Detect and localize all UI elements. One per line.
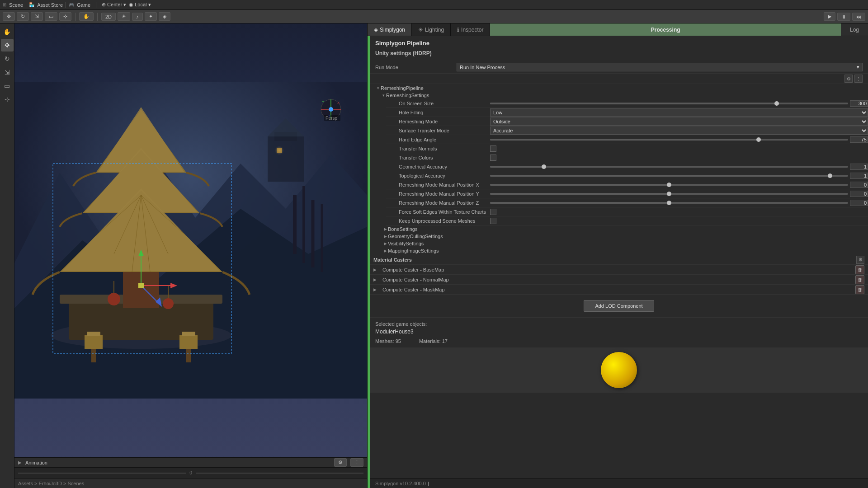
transfer-normals-checkbox[interactable] — [490, 145, 496, 152]
tab-simplygon[interactable]: ◈ Simplygon — [368, 23, 412, 36]
scale-tool[interactable]: ⇲ — [31, 12, 43, 21]
geo-accuracy-thumb[interactable] — [542, 164, 546, 169]
remeshing-pipeline-row[interactable]: ▾ RemeshingPipeline — [373, 84, 868, 92]
meshes-value: 95 — [396, 338, 401, 344]
geo-accuracy-slider[interactable] — [490, 166, 848, 168]
prop-transfer-colors: Transfer Colors — [386, 153, 868, 162]
manual-x-slider[interactable] — [490, 184, 848, 186]
gizmos-btn[interactable]: ◈ — [159, 12, 170, 21]
basemap-label[interactable]: Compute Caster - BaseMap — [379, 267, 855, 272]
surface-transfer-dropdown[interactable]: AccurateFast — [490, 127, 868, 135]
panel-scrollable[interactable]: Simplygon Pipeline Unity settings (HDRP)… — [370, 36, 868, 478]
scene-canvas[interactable]: X Y Z Persp — [14, 23, 367, 457]
maskmap-label[interactable]: Compute Caster - MaskMap — [379, 287, 855, 292]
topo-accuracy-thumb[interactable] — [828, 174, 832, 178]
rotate-tool[interactable]: ↻ — [17, 12, 29, 21]
manual-y-slider[interactable] — [490, 193, 848, 195]
viewport-more-btn[interactable]: ⋮ — [350, 458, 363, 467]
remeshing-settings-row[interactable]: ▾ RemeshingSettings — [379, 92, 868, 99]
rect-icon-btn[interactable]: ▭ — [1, 80, 14, 92]
screen-size-thumb[interactable] — [774, 101, 779, 106]
store-icon: 🏪 — [29, 2, 34, 7]
screen-size-value[interactable]: 300 — [850, 100, 868, 107]
screen-size-slider[interactable] — [490, 103, 848, 104]
geo-cull-label: GeometryCullingSettings — [388, 234, 866, 239]
scene-tabs-section: ⊞ Scene 🏪 Asset Store 🎮 Game — [3, 2, 90, 8]
manual-y-thumb[interactable] — [667, 192, 671, 196]
geo-accuracy-value[interactable]: 1 — [850, 164, 868, 170]
manual-z-slider[interactable] — [490, 202, 848, 204]
visibility-settings-row[interactable]: ▶ VisibilitySettings — [381, 240, 868, 247]
hand-icon-btn[interactable]: ✋ — [1, 25, 14, 38]
hand-tool[interactable]: ✋ — [79, 12, 94, 21]
normalmap-delete-btn[interactable]: 🗑 — [855, 275, 864, 284]
topo-accuracy-value[interactable]: 1 — [850, 173, 868, 179]
center-label: ⊕ Center ▾ — [102, 2, 126, 8]
prop-ctrl-hard-edge: 75 — [490, 136, 868, 143]
hard-edge-fill — [490, 139, 759, 141]
manual-x-value[interactable]: 0 — [850, 182, 868, 188]
effects-btn[interactable]: ✦ — [145, 12, 157, 21]
prop-label-keep-unprocessed: Keep Unprocessed Scene Meshes — [386, 218, 490, 224]
divider — [26, 2, 26, 8]
manual-y-value[interactable]: 0 — [850, 191, 868, 197]
audio-btn[interactable]: ♪ — [132, 13, 143, 21]
scale-icon-btn[interactable]: ⇲ — [1, 66, 14, 79]
tab-inspector[interactable]: ℹ Inspector — [451, 23, 490, 36]
main-divider — [96, 2, 96, 8]
game-icon: 🎮 — [69, 2, 74, 7]
lighting-btn[interactable]: ☀ — [118, 12, 130, 21]
local-label: ◉ Local ▾ — [129, 2, 151, 8]
topo-accuracy-slider[interactable] — [490, 175, 848, 177]
tab-processing[interactable]: Processing — [490, 23, 841, 36]
hard-edge-value[interactable]: 75 — [850, 136, 868, 143]
tab-lighting[interactable]: ☀ Lighting — [412, 23, 451, 36]
manual-z-value[interactable]: 0 — [850, 200, 868, 206]
game-tab[interactable]: Game — [77, 2, 90, 8]
prop-label-topo-accuracy: Topological Accuracy — [386, 173, 490, 178]
rotate-icon-btn[interactable]: ↻ — [1, 52, 14, 65]
normalmap-label[interactable]: Compute Caster - NormalMap — [379, 277, 855, 282]
breadcrumb-path: Assets > ErhoiJo3D > Scenes — [18, 481, 84, 486]
hole-filling-dropdown[interactable]: LowNoneMediumHigh — [490, 108, 868, 117]
settings-gear-btn[interactable]: ⚙ — [844, 75, 853, 83]
prop-ctrl-screen-size: 300 — [490, 100, 868, 107]
mapping-image-row[interactable]: ▶ MappingImageSettings — [381, 247, 868, 254]
toolbar: ✥ ↻ ⇲ ▭ ⊹ ✋ 2D ☀ ♪ ✦ ◈ ▶ ⏸ ⏭ — [0, 10, 868, 23]
settings-expand-btn[interactable]: ⋮ — [854, 75, 863, 83]
step-btn[interactable]: ⏭ — [852, 13, 865, 21]
hard-edge-slider[interactable] — [490, 139, 848, 141]
pause-btn[interactable]: ⏸ — [837, 13, 850, 21]
manual-x-thumb[interactable] — [667, 183, 671, 187]
force-soft-edges-checkbox[interactable] — [490, 209, 496, 215]
material-casters-gear[interactable]: ⚙ — [856, 256, 864, 264]
bone-settings-row[interactable]: ▶ BoneSettings — [381, 225, 868, 233]
maskmap-delete-btn[interactable]: 🗑 — [855, 285, 864, 294]
move-tool[interactable]: ✥ — [3, 12, 15, 21]
rect-tool[interactable]: ▭ — [45, 12, 57, 21]
tab-log[interactable]: Log — [841, 23, 868, 36]
basemap-delete-btn[interactable]: 🗑 — [855, 265, 864, 274]
custom-icon-btn[interactable]: ⊹ — [1, 93, 14, 106]
transfer-colors-checkbox[interactable] — [490, 155, 496, 161]
move-icon-btn[interactable]: ✥ — [1, 39, 14, 52]
svg-point-50 — [329, 107, 333, 112]
play-btn[interactable]: ▶ — [824, 12, 835, 21]
run-mode-dropdown[interactable]: Run In New Process ▾ — [457, 63, 863, 71]
geometry-culling-row[interactable]: ▶ GeometryCullingSettings — [381, 233, 868, 240]
meshes-label: Meshes: — [375, 338, 394, 344]
transform-tool[interactable]: ⊹ — [59, 12, 71, 21]
add-lod-btn[interactable]: Add LOD Component — [584, 300, 654, 312]
hard-edge-thumb[interactable] — [756, 137, 761, 142]
scene-tab[interactable]: Scene — [9, 2, 23, 8]
add-lod-section: Add LOD Component — [370, 295, 868, 317]
log-label: Log — [850, 27, 859, 33]
divider2 — [66, 2, 66, 8]
remeshing-mode-dropdown[interactable]: OutsideInside — [490, 117, 868, 126]
material-casters-header[interactable]: Material Casters ⚙ — [370, 255, 868, 265]
viewport-settings-btn[interactable]: ⚙ — [334, 458, 347, 467]
asset-store-tab[interactable]: Asset Store — [37, 2, 63, 8]
2d-btn[interactable]: 2D — [101, 13, 116, 21]
manual-z-thumb[interactable] — [667, 201, 671, 205]
keep-unprocessed-checkbox[interactable] — [490, 218, 496, 224]
